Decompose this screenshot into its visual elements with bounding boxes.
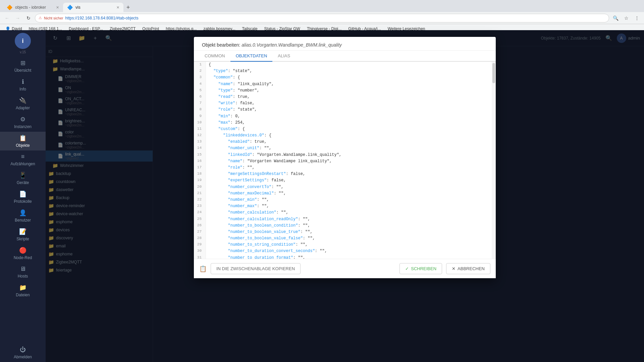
sidebar-item-users[interactable]: 👤 Benutzer — [0, 206, 46, 225]
copy-icon-area: 📋 — [199, 265, 207, 273]
code-line: 12 "linkeddevices.0": { — [194, 132, 492, 139]
tab-vis-close[interactable]: ✕ — [116, 5, 119, 10]
scrollbar[interactable] — [492, 62, 496, 259]
sidebar-item-label-files: Dateien — [16, 293, 30, 297]
tab-objects[interactable]: 🔶 objects - iobroker ✕ — [3, 3, 63, 12]
sidebar-item-files[interactable]: 📁 Dateien — [0, 281, 46, 300]
code-line: 22 "number_min": "", — [194, 197, 492, 203]
code-line: 16 "name": "Vorgarten Wandlampe link_qua… — [194, 158, 492, 165]
sidebar-item-scripts[interactable]: 📝 Skripte — [0, 225, 46, 244]
code-line: 25 "number_calculation_readOnly": "", — [194, 216, 492, 223]
code-line: 26 "number_to_boolean_condition": "", — [194, 223, 492, 229]
nav-bar: ← → ↻ ⚠ Nicht sicher https://192.168.178… — [0, 12, 644, 24]
code-line: 24 "number_calculation": "", — [194, 209, 492, 216]
address-bar[interactable]: ⚠ Nicht sicher https://192.168.178.64:80… — [35, 14, 609, 22]
tab-vis-icon: 🔷 — [67, 5, 73, 10]
sidebar-item-overview[interactable]: ⊞ Übersicht — [0, 57, 46, 75]
sidebar-item-label-hosts: Hosts — [18, 274, 28, 279]
sidebar-item-nodered[interactable]: 🔴 Node-Red — [0, 244, 46, 263]
code-line: 27 "number_to_boolean_value_true": "", — [194, 229, 492, 235]
modal-title: Objekt bearbeiten: alias.0.Vorgarten.Wan… — [194, 37, 496, 51]
code-line: 8 "role": "state", — [194, 107, 492, 113]
logs-icon: 📄 — [19, 190, 26, 198]
sidebar-item-label-devices: Geräte — [17, 180, 29, 185]
sidebar-item-label-instances: Instanzen — [14, 124, 32, 129]
code-line: 10 "max": 254, — [194, 120, 492, 126]
code-line: 11 "custom": { — [194, 126, 492, 132]
tab-objektdaten[interactable]: OBJEKTDATEN — [230, 51, 273, 62]
modal-footer: 📋 IN DIE ZWISCHENABLAGE KOPIEREN ✓ SCHRE… — [194, 259, 496, 278]
sidebar-item-objects[interactable]: 📋 Objekte — [0, 132, 46, 150]
modal-tabs: COMMON OBJEKTDATEN ALIAS — [194, 51, 496, 62]
tab-objects-close[interactable]: ✕ — [56, 5, 59, 10]
save-button[interactable]: ✓ SCHREIBEN — [399, 263, 442, 274]
users-icon: 👤 — [19, 209, 26, 217]
browser-chrome: 🔶 objects - iobroker ✕ 🔷 vis ✕ + ← → ↻ ⚠… — [0, 0, 644, 30]
sidebar-item-label-scripts: Skripte — [16, 237, 29, 241]
devices-icon: 📱 — [19, 172, 26, 179]
code-line: 4 "name": "link_quality", — [194, 81, 492, 87]
code-line: 6 "read": true, — [194, 94, 492, 100]
code-line: 18 "mergeSettingsOnRestart": false, — [194, 171, 492, 177]
forward-button[interactable]: → — [13, 14, 22, 22]
sidebar-item-label-info: Info — [19, 87, 26, 92]
code-line: 31 "number_to_duration_format": "", — [194, 255, 492, 259]
adapter-icon: 🔌 — [19, 97, 26, 104]
info-icon: ℹ — [22, 78, 24, 85]
code-line: 7 "write": false, — [194, 100, 492, 107]
new-tab-button[interactable]: + — [123, 3, 133, 12]
reload-button[interactable]: ↻ — [24, 14, 33, 22]
sidebar-item-label-users: Benutzer — [15, 218, 31, 223]
sidebar-item-logs[interactable]: 📄 Protokolle — [0, 188, 46, 206]
code-editor[interactable]: 1{2 "type": "state",3 "common": {4 "name… — [194, 62, 492, 259]
menu-button[interactable]: ⋮ — [633, 14, 641, 22]
sidebar-item-label-overview: Übersicht — [14, 68, 32, 73]
tab-common[interactable]: COMMON — [199, 51, 230, 62]
code-line: 3 "common": { — [194, 74, 492, 81]
sidebar-item-devices[interactable]: 📱 Geräte — [0, 169, 46, 188]
modal-title-prefix: Objekt bearbeiten: — [202, 42, 240, 48]
code-line: 5 "type": "number", — [194, 87, 492, 94]
nodered-icon: 🔴 — [19, 247, 26, 254]
sidebar-item-adapter[interactable]: 🔌 Adapter — [0, 94, 46, 113]
cancel-button[interactable]: ✕ ABBRECHEN — [446, 263, 490, 274]
files-icon: 📁 — [19, 284, 26, 291]
sidebar-item-hosts[interactable]: 🖥 Hosts — [0, 263, 46, 281]
modal-body: 1{2 "type": "state",3 "common": {4 "name… — [194, 62, 496, 259]
extensions-button[interactable]: 🔍 — [611, 14, 620, 22]
code-line: 21 "number_maxDecimal": "", — [194, 190, 492, 197]
logout-icon: ⏻ — [20, 346, 26, 353]
sidebar-item-label-enumerations: Aufzählungen — [10, 162, 35, 166]
sidebar-item-logout[interactable]: ⏻ Abmelden — [0, 344, 46, 362]
sidebar-item-instances[interactable]: ⚙ Instanzen — [0, 113, 46, 132]
code-line: 30 "number_to_duration_convert_seconds":… — [194, 248, 492, 254]
insecure-label: Nicht sicher — [44, 16, 63, 20]
sidebar-item-label-objects: Objekte — [16, 143, 30, 148]
sidebar-item-info[interactable]: ℹ Info — [0, 75, 46, 94]
copy-button[interactable]: IN DIE ZWISCHENABLAGE KOPIEREN — [211, 263, 301, 274]
app-logo: i — [15, 33, 31, 49]
code-line: 13 "enabled": true, — [194, 139, 492, 145]
address-url: https://192.168.178.64:8081/#tab-objects — [65, 16, 138, 20]
modal-title-object: alias.0.Vorgarten.Wandlampe_BWM.link_qua… — [241, 42, 342, 48]
sidebar-item-enumerations[interactable]: ≡ Aufzählungen — [0, 150, 46, 169]
sidebar-item-label-logout: Abmelden — [14, 355, 32, 359]
instances-icon: ⚙ — [20, 116, 25, 123]
tab-vis-title: vis — [75, 5, 80, 10]
tab-objects-title: objects - iobroker — [15, 5, 46, 10]
close-icon: ✕ — [452, 266, 455, 271]
objects-icon: 📋 — [19, 134, 26, 142]
tab-alias[interactable]: ALIAS — [272, 51, 296, 62]
modal-overlay: Objekt bearbeiten: alias.0.Vorgarten.Wan… — [46, 30, 644, 362]
sidebar-item-label-adapter: Adapter — [16, 106, 30, 110]
edit-object-modal: Objekt bearbeiten: alias.0.Vorgarten.Wan… — [194, 37, 496, 278]
back-button[interactable]: ← — [3, 14, 11, 22]
code-line: 19 "expertSettings": false, — [194, 177, 492, 184]
code-line: 29 "number_to_string_condition": "", — [194, 242, 492, 248]
tab-vis[interactable]: 🔷 vis ✕ — [63, 3, 123, 12]
code-line: 9 "min": 0, — [194, 113, 492, 120]
overview-icon: ⊞ — [20, 59, 25, 67]
code-line: 2 "type": "state", — [194, 68, 492, 74]
bookmark-button[interactable]: ☆ — [622, 14, 631, 22]
cancel-label: ABBRECHEN — [458, 266, 485, 271]
